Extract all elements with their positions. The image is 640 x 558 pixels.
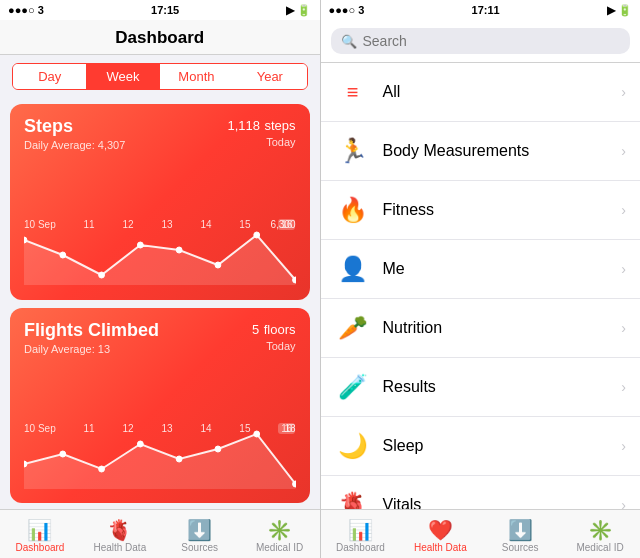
nutrition-label: Nutrition — [383, 319, 622, 337]
vitals-chevron: › — [621, 497, 626, 509]
flights-chart: 18 10 Sep 11 12 13 — [24, 423, 296, 503]
x-label-1: 11 — [84, 219, 95, 230]
steps-card: Steps 1,118 steps Daily Average: 4,307 T… — [10, 104, 310, 300]
me-icon-wrap: 👤 — [335, 251, 371, 287]
steps-subtitle: Daily Average: 4,307 — [24, 139, 296, 151]
results-label: Results — [383, 378, 622, 396]
x-label-4: 14 — [200, 219, 211, 230]
flights-value: 5 floors — [252, 320, 295, 338]
segment-month[interactable]: Month — [160, 64, 233, 89]
flights-x-labels: 10 Sep 11 12 13 14 15 16 — [24, 423, 296, 434]
fx-label-0: 10 Sep — [24, 423, 56, 434]
all-chevron: › — [621, 84, 626, 100]
tab-sources-right[interactable]: ⬇️ Sources — [480, 516, 560, 553]
segment-week[interactable]: Week — [86, 64, 159, 89]
tab-healthdata-left[interactable]: 🫀 Health Data — [80, 516, 160, 553]
list-item-nutrition[interactable]: 🥕 Nutrition › — [321, 299, 641, 358]
sleep-chevron: › — [621, 438, 626, 454]
fitness-label: Fitness — [383, 201, 622, 219]
fitness-chevron: › — [621, 202, 626, 218]
signal-right: ●●●○ 3 — [329, 4, 365, 16]
vitals-icon: 🫀 — [338, 491, 368, 509]
body-measurements-label: Body Measurements — [383, 142, 622, 160]
list-item-sleep[interactable]: 🌙 Sleep › — [321, 417, 641, 476]
right-panel: ●●●○ 3 17:11 ▶ 🔋 🔍 ≡ All › 🏃 Body Measur… — [321, 0, 641, 558]
flights-today: Today — [266, 340, 295, 352]
tab-sources-left[interactable]: ⬇️ Sources — [160, 516, 240, 553]
health-categories-list: ≡ All › 🏃 Body Measurements › 🔥 Fitness … — [321, 63, 641, 509]
flights-subtitle: Daily Average: 13 — [24, 343, 296, 355]
medicalid-icon-left: ✳️ — [267, 520, 292, 540]
tab-dashboard-label-left: Dashboard — [15, 542, 64, 553]
segment-day[interactable]: Day — [13, 64, 86, 89]
steps-header: Steps 1,118 steps — [24, 116, 296, 137]
scroll-area: Steps 1,118 steps Daily Average: 4,307 T… — [0, 98, 320, 509]
search-bar: 🔍 — [321, 20, 641, 63]
tab-dashboard-label-right: Dashboard — [336, 542, 385, 553]
vitals-label: Vitals — [383, 496, 622, 509]
fx-label-2: 12 — [122, 423, 133, 434]
tab-dashboard-right[interactable]: 📊 Dashboard — [321, 516, 401, 553]
flights-title: Flights Climbed — [24, 320, 159, 341]
steps-title: Steps — [24, 116, 73, 137]
left-panel: ●●●○ 3 17:15 ▶ 🔋 Dashboard Day Week Mont… — [0, 0, 320, 558]
me-icon: 👤 — [338, 255, 368, 283]
tab-medicalid-left[interactable]: ✳️ Medical ID — [240, 516, 320, 553]
steps-chart: 6,300 10 Sep — [24, 219, 296, 299]
flights-card: Flights Climbed 5 floors Daily Average: … — [10, 308, 310, 504]
flights-number: 5 — [252, 322, 259, 337]
results-icon: 🧪 — [338, 373, 368, 401]
list-item-fitness[interactable]: 🔥 Fitness › — [321, 181, 641, 240]
fitness-icon-wrap: 🔥 — [335, 192, 371, 228]
status-bar-left: ●●●○ 3 17:15 ▶ 🔋 — [0, 0, 320, 20]
healthdata-icon-left: 🫀 — [107, 520, 132, 540]
battery-left: ▶ 🔋 — [286, 4, 311, 17]
me-chevron: › — [621, 261, 626, 277]
tab-healthdata-right[interactable]: ❤️ Health Data — [400, 516, 480, 553]
tab-medicalid-label-left: Medical ID — [256, 542, 303, 553]
tab-dashboard-left[interactable]: 📊 Dashboard — [0, 516, 80, 553]
search-icon: 🔍 — [341, 34, 357, 49]
svg-point-6 — [254, 232, 260, 238]
steps-today: Today — [266, 136, 295, 148]
all-icon-wrap: ≡ — [335, 74, 371, 110]
svg-point-5 — [215, 262, 221, 268]
fx-label-1: 11 — [84, 423, 95, 434]
results-icon-wrap: 🧪 — [335, 369, 371, 405]
nutrition-icon-wrap: 🥕 — [335, 310, 371, 346]
flights-unit: floors — [264, 322, 296, 337]
list-item-me[interactable]: 👤 Me › — [321, 240, 641, 299]
all-icon: ≡ — [347, 81, 359, 104]
sleep-icon: 🌙 — [338, 432, 368, 460]
sleep-icon-wrap: 🌙 — [335, 428, 371, 464]
list-item-results[interactable]: 🧪 Results › — [321, 358, 641, 417]
svg-point-11 — [137, 441, 143, 447]
steps-number: 1,118 — [227, 118, 260, 133]
sources-icon-right: ⬇️ — [508, 520, 533, 540]
segment-year[interactable]: Year — [233, 64, 306, 89]
tab-medicalid-right[interactable]: ✳️ Medical ID — [560, 516, 640, 553]
search-input[interactable] — [363, 33, 621, 49]
svg-point-4 — [176, 247, 182, 253]
x-label-3: 13 — [161, 219, 172, 230]
list-item-vitals[interactable]: 🫀 Vitals › — [321, 476, 641, 509]
svg-point-1 — [60, 252, 66, 258]
steps-x-labels: 10 Sep 11 12 13 14 15 16 — [24, 219, 296, 230]
tab-sources-label-right: Sources — [502, 542, 539, 553]
medicalid-icon-right: ✳️ — [588, 520, 613, 540]
tab-sources-label-left: Sources — [181, 542, 218, 553]
svg-point-13 — [215, 446, 221, 452]
list-item-body-measurements[interactable]: 🏃 Body Measurements › — [321, 122, 641, 181]
segment-control[interactable]: Day Week Month Year — [12, 63, 308, 90]
svg-point-2 — [99, 272, 105, 278]
fx-label-6: 16 — [278, 423, 295, 434]
svg-point-9 — [60, 451, 66, 457]
x-label-2: 12 — [122, 219, 133, 230]
search-wrap[interactable]: 🔍 — [331, 28, 631, 54]
time-left: 17:15 — [151, 4, 179, 16]
battery-right: ▶ 🔋 — [607, 4, 632, 17]
list-item-all[interactable]: ≡ All › — [321, 63, 641, 122]
body-measurements-chevron: › — [621, 143, 626, 159]
fx-label-5: 15 — [239, 423, 250, 434]
fitness-icon: 🔥 — [338, 196, 368, 224]
